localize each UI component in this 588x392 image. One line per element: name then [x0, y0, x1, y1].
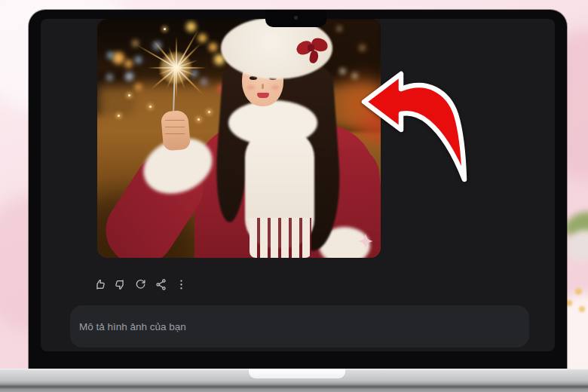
red-arrow-annotation	[358, 66, 479, 191]
thumbs-down-icon	[114, 278, 127, 291]
bokeh-light	[135, 84, 142, 90]
bokeh-light	[186, 22, 196, 32]
bokeh-light	[107, 52, 114, 59]
webcam-camera-dot	[294, 16, 298, 20]
spark-dot	[149, 106, 152, 108]
hand	[161, 110, 191, 152]
thumbs-up-icon	[93, 278, 106, 291]
bokeh-light	[337, 26, 341, 31]
spark-dot	[118, 115, 120, 117]
prompt-input[interactable]	[70, 305, 529, 348]
bokeh-light	[359, 44, 366, 51]
share-icon	[155, 278, 167, 291]
sparkler-ray	[148, 67, 176, 69]
more-vert-icon	[175, 278, 188, 291]
webcam-notch	[265, 10, 326, 27]
bokeh-light	[209, 43, 217, 51]
bokeh-light	[124, 60, 133, 68]
hand-finger-line	[165, 133, 185, 134]
lid-thumb-groove	[249, 369, 345, 378]
refresh-icon	[134, 278, 147, 291]
sparkler-ray	[176, 36, 177, 68]
more-options-button[interactable]	[173, 276, 189, 292]
bow-knot	[308, 44, 314, 51]
blush-left	[247, 85, 255, 90]
hand-finger-line	[165, 120, 185, 121]
bokeh-light	[340, 69, 345, 74]
bokeh-light	[125, 72, 133, 81]
flower-stamen-dot	[575, 288, 582, 295]
screenshot-canvas	[0, 0, 588, 392]
thumbs-down-button[interactable]	[112, 276, 128, 292]
bokeh-light	[201, 78, 207, 85]
flower-stamen-dot	[566, 300, 572, 306]
generated-image[interactable]	[97, 19, 381, 258]
flower-stamen-dot	[579, 306, 585, 312]
laptop-base	[0, 369, 588, 392]
blush-right	[271, 85, 279, 90]
bokeh-light	[198, 34, 207, 42]
share-button[interactable]	[152, 276, 169, 292]
bokeh-light	[112, 52, 124, 64]
spark-dot	[208, 111, 210, 113]
bokeh-light	[352, 73, 357, 78]
spark-dot	[198, 118, 200, 121]
bokeh-light	[135, 57, 142, 63]
lips	[257, 93, 269, 98]
nose-shadow	[262, 84, 264, 89]
scarf-fringe	[250, 218, 311, 258]
bokeh-light	[106, 74, 113, 81]
spark-dot	[128, 94, 130, 96]
regenerate-button[interactable]	[132, 276, 149, 292]
thumbs-up-button[interactable]	[91, 276, 108, 292]
spark-dot	[164, 28, 166, 30]
response-action-bar	[91, 276, 189, 292]
sparkle-watermark-icon	[358, 234, 373, 249]
hand-finger-line	[165, 127, 185, 127]
